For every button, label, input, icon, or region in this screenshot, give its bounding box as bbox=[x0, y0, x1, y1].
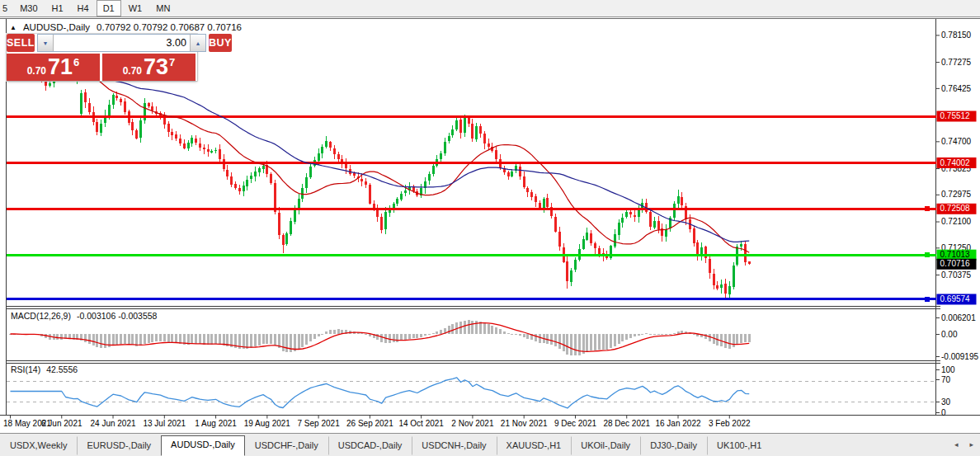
macd-name: MACD(12,26,9) bbox=[11, 311, 71, 321]
svg-text:0.72508: 0.72508 bbox=[940, 204, 971, 213]
buy-price-box[interactable]: 0.70 73 7 bbox=[102, 53, 196, 81]
svg-text:13 Jul 2021: 13 Jul 2021 bbox=[143, 419, 186, 428]
tab-audusd-daily[interactable]: AUDUSD-,Daily bbox=[161, 435, 245, 456]
tab-scroll-controls: ◂ ▸ bbox=[954, 440, 973, 449]
tab-usdchf-daily[interactable]: USDCHF-,Daily bbox=[245, 436, 328, 455]
rsi-indicator-label: RSI(14) 42.5556 bbox=[11, 364, 78, 374]
timeframe-h4-button[interactable]: H4 bbox=[71, 0, 96, 16]
timeframe-d1-button[interactable]: D1 bbox=[97, 0, 121, 16]
tab-usdcnh-daily[interactable]: USDCNH-,Daily bbox=[412, 436, 496, 455]
svg-text:7 Sep 2021: 7 Sep 2021 bbox=[298, 419, 341, 428]
sell-price-prefix: 0.70 bbox=[27, 65, 46, 77]
rsi-line bbox=[11, 378, 750, 408]
rsi-value: 42.5556 bbox=[46, 364, 78, 374]
tab-scroll-left-icon[interactable]: ◂ bbox=[954, 440, 959, 449]
svg-text:0.70375: 0.70375 bbox=[941, 270, 972, 280]
sell-price-box[interactable]: 0.70 71 6 bbox=[7, 53, 100, 81]
tab-ukoil-daily[interactable]: UKOil-,Daily bbox=[571, 436, 640, 455]
svg-text:14 Oct 2021: 14 Oct 2021 bbox=[398, 419, 444, 428]
macd-indicator-label: MACD(12,26,9) -0.003106 -0.003558 bbox=[11, 311, 157, 321]
svg-text:0.76425: 0.76425 bbox=[941, 84, 972, 93]
buy-price-sup: 7 bbox=[169, 56, 175, 68]
svg-text:24 Jun 2021: 24 Jun 2021 bbox=[91, 419, 136, 428]
chart-title: ▲ AUDUSD-,Daily 0.70792 0.70792 0.70687 … bbox=[10, 22, 242, 32]
svg-text:0.74002: 0.74002 bbox=[940, 158, 971, 167]
volume-input[interactable] bbox=[54, 35, 190, 51]
svg-text:30: 30 bbox=[941, 397, 951, 407]
svg-text:21 Nov 2021: 21 Nov 2021 bbox=[501, 419, 548, 428]
volume-stepper: ▼ ▲ bbox=[37, 34, 206, 52]
tab-usdcad-daily[interactable]: USDCAD-,Daily bbox=[328, 436, 412, 455]
svg-text:0.78150: 0.78150 bbox=[941, 31, 972, 40]
sell-button[interactable]: SELL bbox=[7, 34, 35, 52]
svg-text:70: 70 bbox=[941, 375, 951, 384]
svg-text:16 Jan 2022: 16 Jan 2022 bbox=[655, 419, 700, 428]
timeframe-m30-button[interactable]: M30 bbox=[13, 0, 44, 16]
svg-text:0.006201: 0.006201 bbox=[941, 313, 976, 322]
tab-xauusd-h1[interactable]: XAUUSD-,H1 bbox=[497, 436, 572, 455]
svg-text:0: 0 bbox=[941, 408, 946, 417]
svg-text:0.71013: 0.71013 bbox=[940, 250, 971, 259]
buy-price-prefix: 0.70 bbox=[123, 65, 142, 77]
svg-text:28 Dec 2021: 28 Dec 2021 bbox=[603, 419, 650, 428]
sell-price-big: 71 bbox=[48, 56, 73, 78]
macd-values: -0.003106 -0.003558 bbox=[77, 311, 158, 321]
timeframe-m5-button[interactable]: 5 bbox=[0, 0, 12, 16]
svg-text:0.69574: 0.69574 bbox=[940, 294, 971, 303]
chart-ohlc-values: 0.70792 0.70792 0.70687 0.70716 bbox=[97, 22, 242, 32]
horizontal-price-lines bbox=[7, 116, 936, 302]
svg-text:1 Aug 2021: 1 Aug 2021 bbox=[195, 419, 237, 428]
one-click-trading-panel: SELL ▼ ▲ BUY 0.70 71 6 0.70 73 7 bbox=[7, 34, 197, 81]
svg-text:6 Jun 2021: 6 Jun 2021 bbox=[41, 419, 82, 428]
svg-text:3 Feb 2022: 3 Feb 2022 bbox=[709, 419, 751, 428]
volume-decrease-icon[interactable]: ▼ bbox=[38, 35, 54, 51]
svg-text:0.70716: 0.70716 bbox=[940, 259, 971, 268]
tab-eurusd-daily[interactable]: EURUSD-,Daily bbox=[77, 436, 161, 455]
svg-text:2 Nov 2021: 2 Nov 2021 bbox=[451, 419, 494, 428]
timeframe-w1-button[interactable]: W1 bbox=[122, 0, 149, 16]
symbol-tabbar: USDX,Weekly EURUSD-,Daily AUDUSD-,Daily … bbox=[0, 433, 980, 456]
svg-text:0.00: 0.00 bbox=[941, 330, 958, 339]
tab-scroll-right-icon[interactable]: ▸ bbox=[969, 440, 973, 449]
buy-button[interactable]: BUY bbox=[209, 34, 232, 52]
buy-price-big: 73 bbox=[144, 56, 168, 78]
date-axis: 18 May 20216 Jun 202124 Jun 202113 Jul 2… bbox=[3, 416, 751, 428]
mt4-window: 5 M30 H1 H4 D1 W1 MN 0.781500.772750.764… bbox=[0, 0, 980, 456]
svg-text:0.74700: 0.74700 bbox=[941, 137, 972, 146]
sell-price-sup: 6 bbox=[73, 56, 79, 68]
timeframe-toolbar: 5 M30 H1 H4 D1 W1 MN bbox=[0, 0, 980, 17]
svg-text:26 Sep 2021: 26 Sep 2021 bbox=[346, 419, 393, 428]
tab-dj30-daily[interactable]: DJ30-,Daily bbox=[640, 436, 707, 455]
chart-symbol-label: AUDUSD-,Daily bbox=[23, 22, 90, 32]
collapse-arrow-icon[interactable]: ▲ bbox=[10, 24, 16, 31]
svg-text:19 Aug 2021: 19 Aug 2021 bbox=[244, 419, 291, 428]
svg-text:100: 100 bbox=[941, 365, 955, 374]
volume-increase-icon[interactable]: ▲ bbox=[190, 35, 205, 51]
tab-uk100-h1[interactable]: UK100-,H1 bbox=[707, 436, 771, 455]
timeframe-mn-button[interactable]: MN bbox=[149, 0, 177, 16]
price-axis: 0.781500.772750.764250.747000.738250.729… bbox=[936, 31, 979, 417]
timeframe-h1-button[interactable]: H1 bbox=[45, 0, 70, 16]
svg-text:-0.009195: -0.009195 bbox=[941, 352, 978, 361]
rsi-name: RSI(14) bbox=[11, 364, 40, 374]
svg-text:0.72975: 0.72975 bbox=[941, 190, 972, 199]
svg-text:9 Dec 2021: 9 Dec 2021 bbox=[554, 419, 597, 428]
tab-usdx-weekly[interactable]: USDX,Weekly bbox=[0, 436, 77, 455]
svg-text:0.72100: 0.72100 bbox=[941, 217, 972, 226]
svg-text:0.75512: 0.75512 bbox=[940, 111, 971, 120]
macd-histogram bbox=[9, 320, 751, 355]
svg-text:0.77275: 0.77275 bbox=[941, 58, 972, 67]
